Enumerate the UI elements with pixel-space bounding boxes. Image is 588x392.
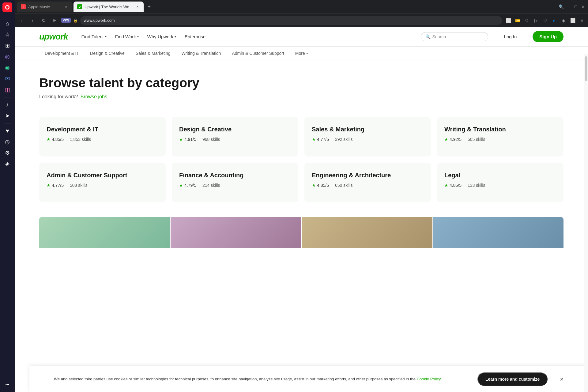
heart-icon[interactable]: ♥ (2, 126, 12, 136)
heart-toolbar-icon[interactable]: ♡ (541, 17, 549, 24)
card-rating-legal: ★ 4.85/5 (444, 183, 462, 188)
header-search-box[interactable]: 🔍 Search (421, 32, 488, 41)
main-nav: Find Talent ▾ Find Work ▾ Why Upwork ▾ E… (78, 32, 209, 42)
window-maximize-button[interactable]: □ (573, 4, 578, 9)
card-rating-admin: ★ 4.77/5 (47, 183, 64, 188)
cat-nav-more-chevron: ▾ (306, 51, 308, 55)
category-card-design[interactable]: Design & Creative ★ 4.91/5 968 skills (172, 117, 298, 156)
browse-jobs-link[interactable]: Browse jobs (81, 94, 107, 99)
forward-button[interactable]: › (28, 16, 37, 25)
extensions-toolbar-icon[interactable]: ⬜ (569, 17, 576, 24)
reload-button[interactable]: ↻ (39, 16, 48, 25)
clock-icon[interactable]: ◷ (2, 137, 12, 147)
window-minimize-button[interactable]: ─ (566, 4, 571, 9)
card-title-dev-it: Development & IT (47, 125, 158, 133)
cat-nav-admin-label: Admin & Customer Support (232, 51, 284, 56)
notification-icon[interactable]: ◈ (2, 159, 12, 169)
cat-nav-dev-it[interactable]: Development & IT (39, 47, 85, 61)
home-icon[interactable]: ⌂ (2, 19, 12, 28)
card-skills-writing: 505 skills (468, 137, 485, 142)
more-dots-icon[interactable]: ••• (2, 380, 12, 390)
signup-button[interactable]: Sign Up (533, 31, 564, 42)
send-icon[interactable]: ➤ (2, 111, 12, 121)
edge-icon[interactable]: e (551, 17, 558, 24)
tab-apple-music[interactable]: ♪ Apple Music × (17, 2, 72, 12)
window-search-icon[interactable]: 🔍 (559, 4, 564, 9)
upwork-logo[interactable]: upwork (39, 32, 68, 42)
settings-icon[interactable]: ⚙ (2, 148, 12, 158)
wallet-icon[interactable]: 💳 (514, 17, 521, 24)
cookie-policy-link[interactable]: Cookie Policy (417, 377, 441, 381)
star-icon-finance: ★ (179, 183, 183, 188)
play-icon[interactable]: ▷ (532, 17, 540, 24)
facetime-icon[interactable]: ◉ (2, 63, 12, 73)
category-card-writing[interactable]: Writing & Translation ★ 4.92/5 505 skill… (437, 117, 564, 156)
shield-icon[interactable]: 🛡 (523, 17, 530, 24)
instagram-icon[interactable]: ◫ (2, 85, 12, 95)
dashboard-icon[interactable]: ⊞ (2, 41, 12, 51)
login-button[interactable]: Log In (498, 32, 523, 42)
address-bar[interactable]: www.upwork.com (80, 16, 502, 25)
why-upwork-menu[interactable]: Why Upwork ▾ (144, 32, 180, 42)
find-talent-label: Find Talent (81, 34, 104, 39)
opera-icon[interactable]: O (2, 2, 12, 12)
category-card-sales[interactable]: Sales & Marketing ★ 4.77/5 392 skills (304, 117, 431, 156)
search-icon: 🔍 (425, 34, 431, 39)
category-card-admin[interactable]: Admin & Customer Support ★ 4.77/5 508 sk… (39, 163, 166, 202)
category-card-dev-it[interactable]: Development & IT ★ 4.85/5 1,853 skills (39, 117, 166, 156)
card-meta-sales: ★ 4.77/5 392 skills (312, 137, 424, 142)
category-card-engineering[interactable]: Engineering & Architecture ★ 4.85/5 650 … (304, 163, 431, 202)
image-strip-2 (171, 217, 301, 248)
cat-nav-writing[interactable]: Writing & Translation (176, 47, 227, 61)
find-work-menu[interactable]: Find Work ▾ (111, 32, 142, 42)
cat-nav-more[interactable]: More ▾ (290, 47, 314, 61)
window-close-button[interactable]: ✕ (581, 4, 586, 9)
window-controls: 🔍 ─ □ ✕ (559, 4, 586, 9)
cat-nav-writing-label: Writing & Translation (182, 51, 221, 56)
card-title-finance: Finance & Accounting (179, 171, 291, 179)
cookie-customize-button[interactable]: Learn more and customize (477, 372, 548, 386)
crypto-icon[interactable]: ◈ (560, 17, 567, 24)
tab-upwork-title: Upwork | The World's Wo... (85, 5, 133, 9)
why-upwork-label: Why Upwork (147, 34, 173, 39)
messages-icon[interactable]: ✉ (2, 74, 12, 84)
tab-upwork[interactable]: U Upwork | The World's Wo... × (74, 2, 144, 12)
card-title-engineering: Engineering & Architecture (312, 171, 424, 179)
screenshot-icon[interactable]: ⬜ (505, 17, 512, 24)
card-meta-legal: ★ 4.85/5 133 skills (444, 183, 556, 188)
tab-upwork-close[interactable]: × (135, 4, 140, 9)
find-work-label: Find Work (115, 34, 136, 39)
extensions-button[interactable]: ⊞ (50, 16, 59, 25)
cat-nav-sales[interactable]: Sales & Marketing (130, 47, 176, 61)
scrollbar-thumb[interactable] (585, 56, 587, 81)
star-sidebar-icon[interactable]: ☆ (2, 30, 12, 40)
category-card-finance[interactable]: Finance & Accounting ★ 4.79/5 214 skills (172, 163, 298, 202)
enterprise-label: Enterprise (185, 34, 205, 39)
category-nav: Development & IT Design & Creative Sales… (15, 47, 588, 61)
search-placeholder: Search (432, 34, 446, 39)
card-title-design: Design & Creative (179, 125, 291, 133)
music-icon[interactable]: ♪ (2, 100, 12, 110)
cat-nav-design-label: Design & Creative (90, 51, 125, 56)
browser-scrollbar[interactable] (584, 54, 588, 392)
category-card-legal[interactable]: Legal ★ 4.85/5 133 skills (437, 163, 564, 202)
upwork-favicon: U (77, 4, 82, 9)
cat-nav-design[interactable]: Design & Creative (85, 47, 130, 61)
apple-music-favicon: ♪ (21, 4, 26, 9)
cat-nav-admin[interactable]: Admin & Customer Support (226, 47, 289, 61)
tab-apple-music-close[interactable]: × (64, 4, 69, 9)
sidebar-separator-2 (4, 97, 11, 97)
sidebar-separator-1 (4, 16, 11, 16)
nav-bar: ‹ › ↻ ⊞ VPN 🔒 www.upwork.com ⬜ 💳 🛡 ▷ ♡ e… (15, 13, 588, 27)
cookie-close-button[interactable]: × (560, 376, 564, 383)
star-icon-sales: ★ (312, 137, 316, 142)
enterprise-link[interactable]: Enterprise (181, 32, 209, 42)
card-rating-dev-it: ★ 4.85/5 (47, 137, 64, 142)
find-talent-menu[interactable]: Find Talent ▾ (78, 32, 110, 42)
back-button[interactable]: ‹ (17, 16, 26, 25)
feed-icon[interactable]: ◎ (2, 52, 12, 62)
card-skills-engineering: 650 skills (335, 183, 353, 188)
menu-icon[interactable]: ≡ (578, 17, 586, 24)
add-tab-button[interactable]: + (145, 2, 153, 11)
vpn-badge[interactable]: VPN (61, 18, 71, 23)
